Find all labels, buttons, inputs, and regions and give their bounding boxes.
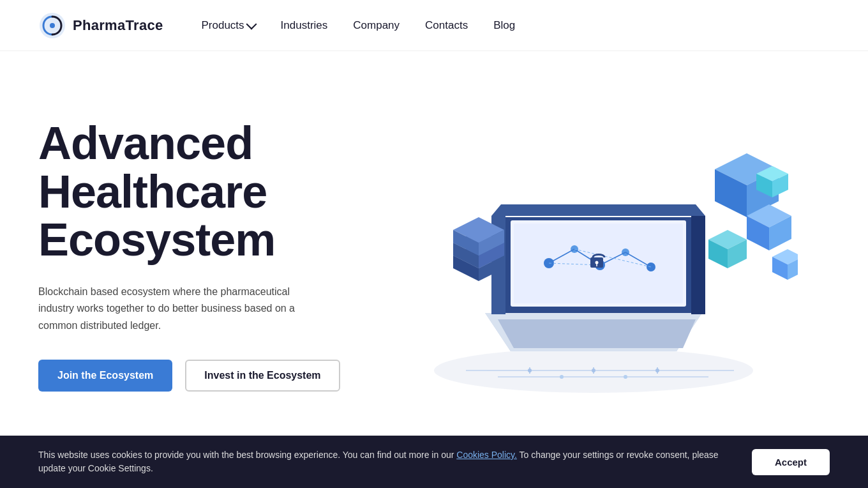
chevron-down-icon <box>246 19 257 29</box>
nav-item-products[interactable]: Products <box>202 19 255 32</box>
cookies-policy-link[interactable]: Cookies Policy. <box>456 450 517 460</box>
brand-name: PharmaTrace <box>73 17 163 34</box>
nav-link-products[interactable]: Products <box>202 19 244 32</box>
nav-link-contacts[interactable]: Contacts <box>425 19 468 31</box>
hero-illustration <box>402 102 798 409</box>
pharmatrace-logo-icon <box>38 11 66 40</box>
hero-buttons: Join the Ecosystem Invest in the Ecosyst… <box>38 360 370 392</box>
hero-heading: Advanced Healthcare Ecosystem <box>38 119 370 264</box>
svg-point-24 <box>560 375 564 379</box>
svg-point-25 <box>624 375 627 379</box>
nav-link-industries[interactable]: Industries <box>281 19 328 31</box>
invest-ecosystem-button[interactable]: Invest in the Ecosystem <box>185 360 340 392</box>
cookie-text-pre: This website uses cookies to provide you… <box>38 450 456 460</box>
navbar: PharmaTrace Products Industries Company … <box>0 0 868 51</box>
nav-item-contacts[interactable]: Contacts <box>425 19 468 32</box>
svg-point-1 <box>50 23 55 28</box>
hero-illustration-area <box>370 89 830 422</box>
logo-area[interactable]: PharmaTrace <box>38 11 163 40</box>
cookie-text: This website uses cookies to provide you… <box>38 448 726 475</box>
cookie-banner: This website uses cookies to provide you… <box>0 436 868 488</box>
nav-item-industries[interactable]: Industries <box>281 19 328 32</box>
hero-heading-line1: Advanced <box>38 118 253 169</box>
nav-links: Products Industries Company Contacts Blo… <box>202 19 516 32</box>
hero-left: Advanced Healthcare Ecosystem Blockchain… <box>38 119 370 392</box>
hero-heading-line2: Healthcare <box>38 166 267 217</box>
hero-heading-line3: Ecosystem <box>38 214 275 265</box>
accept-cookies-button[interactable]: Accept <box>752 449 830 475</box>
nav-link-blog[interactable]: Blog <box>493 19 515 31</box>
nav-item-company[interactable]: Company <box>353 19 400 32</box>
hero-section: Advanced Healthcare Ecosystem Blockchain… <box>0 51 868 447</box>
svg-point-17 <box>595 261 599 264</box>
hero-subtext: Blockchain based ecosystem where the pha… <box>38 284 313 334</box>
join-ecosystem-button[interactable]: Join the Ecosystem <box>38 360 172 392</box>
nav-link-company[interactable]: Company <box>353 19 400 31</box>
nav-item-blog[interactable]: Blog <box>493 19 515 32</box>
